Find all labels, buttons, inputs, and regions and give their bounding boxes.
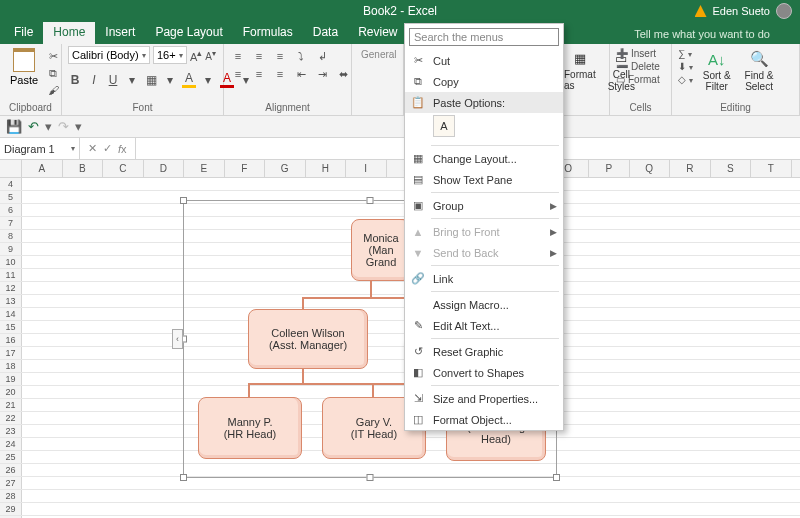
- copy-icon[interactable]: ⧉: [46, 66, 60, 80]
- text-pane-toggle[interactable]: ‹: [172, 329, 183, 349]
- row-header[interactable]: 23: [0, 425, 22, 437]
- qat-customize[interactable]: ▾: [75, 119, 82, 134]
- row-header[interactable]: 13: [0, 295, 22, 307]
- avatar[interactable]: [776, 3, 792, 19]
- clear-button[interactable]: ◇ ▾: [678, 74, 693, 85]
- row-header[interactable]: 7: [0, 217, 22, 229]
- column-header[interactable]: R: [670, 160, 711, 177]
- font-name-combo[interactable]: Calibri (Body)▾: [68, 46, 150, 64]
- user-area[interactable]: Eden Sueto: [695, 3, 793, 19]
- shrink-font-icon[interactable]: A▾: [205, 48, 216, 62]
- tab-page-layout[interactable]: Page Layout: [145, 21, 232, 44]
- tab-insert[interactable]: Insert: [95, 21, 145, 44]
- bold-button[interactable]: B: [68, 73, 82, 87]
- orientation-icon[interactable]: ⤵: [293, 49, 309, 63]
- org-node-top[interactable]: Monica (Man Grand: [351, 219, 411, 281]
- paste-option-keep[interactable]: A: [433, 115, 455, 137]
- row-header[interactable]: 11: [0, 269, 22, 281]
- number-format-combo[interactable]: General: [358, 48, 404, 61]
- format-as-table-button[interactable]: ▦ Format as: [560, 46, 600, 93]
- row-header[interactable]: 14: [0, 308, 22, 320]
- row-header[interactable]: 17: [0, 347, 22, 359]
- row-header[interactable]: 6: [0, 204, 22, 216]
- menu-size-properties[interactable]: ⇲Size and Properties...: [405, 388, 563, 409]
- column-header[interactable]: D: [144, 160, 185, 177]
- select-all-corner[interactable]: [0, 160, 22, 177]
- sort-filter-button[interactable]: A↓ Sort & Filter: [699, 46, 735, 94]
- tab-formulas[interactable]: Formulas: [233, 21, 303, 44]
- menu-reset-graphic[interactable]: ↺Reset Graphic: [405, 341, 563, 362]
- row-header[interactable]: 27: [0, 477, 22, 489]
- column-header[interactable]: S: [711, 160, 752, 177]
- row-header[interactable]: 9: [0, 243, 22, 255]
- resize-handle[interactable]: [367, 474, 374, 481]
- row-header[interactable]: 4: [0, 178, 22, 190]
- paste-button[interactable]: Paste: [6, 46, 42, 88]
- row-header[interactable]: 24: [0, 438, 22, 450]
- align-center-icon[interactable]: ≡: [251, 67, 267, 81]
- row-header[interactable]: 10: [0, 256, 22, 268]
- menu-convert-shapes[interactable]: ◧Convert to Shapes: [405, 362, 563, 383]
- row-header[interactable]: 22: [0, 412, 22, 424]
- row-header[interactable]: 21: [0, 399, 22, 411]
- fill-button[interactable]: ⬇ ▾: [678, 61, 693, 72]
- resize-handle[interactable]: [180, 474, 187, 481]
- column-header[interactable]: C: [103, 160, 144, 177]
- org-node-b1[interactable]: Manny P. (HR Head): [198, 397, 302, 459]
- column-header[interactable]: Q: [630, 160, 671, 177]
- fill-menu[interactable]: ▾: [201, 73, 215, 87]
- indent-dec-icon[interactable]: ⇤: [293, 67, 309, 81]
- underline-button[interactable]: U: [106, 73, 120, 87]
- row-header[interactable]: 5: [0, 191, 22, 203]
- row-header[interactable]: 15: [0, 321, 22, 333]
- tab-file[interactable]: File: [4, 21, 43, 44]
- tab-review[interactable]: Review: [348, 21, 407, 44]
- resize-handle[interactable]: [367, 197, 374, 204]
- menu-format-object[interactable]: ◫Format Object...: [405, 409, 563, 430]
- border-menu[interactable]: ▾: [163, 73, 177, 87]
- format-cells-button[interactable]: ▭Format: [616, 74, 660, 85]
- row-header[interactable]: 28: [0, 490, 22, 502]
- resize-handle[interactable]: [180, 197, 187, 204]
- menu-copy[interactable]: ⧉Copy: [405, 71, 563, 92]
- cut-icon[interactable]: ✂: [46, 49, 60, 63]
- delete-cells-button[interactable]: ➖Delete: [616, 61, 660, 72]
- menu-assign-macro[interactable]: Assign Macro...: [405, 294, 563, 315]
- tab-home[interactable]: Home: [43, 21, 95, 44]
- insert-cells-button[interactable]: ➕Insert: [616, 48, 660, 59]
- border-button[interactable]: ▦: [144, 73, 158, 87]
- menu-change-layout[interactable]: ▦Change Layout...: [405, 148, 563, 169]
- grow-font-icon[interactable]: A▴: [190, 47, 202, 63]
- fx-icon[interactable]: fx: [118, 143, 127, 155]
- align-bottom-icon[interactable]: ≡: [272, 49, 288, 63]
- column-header[interactable]: T: [751, 160, 792, 177]
- row-header[interactable]: 29: [0, 503, 22, 515]
- menu-cut[interactable]: ✂Cut: [405, 50, 563, 71]
- column-header[interactable]: B: [63, 160, 104, 177]
- row-header[interactable]: 16: [0, 334, 22, 346]
- tab-data[interactable]: Data: [303, 21, 348, 44]
- find-select-button[interactable]: 🔍 Find & Select: [741, 46, 778, 94]
- undo-icon[interactable]: ↶: [28, 119, 39, 134]
- column-header[interactable]: I: [346, 160, 387, 177]
- menu-edit-alt-text[interactable]: ✎Edit Alt Text...: [405, 315, 563, 336]
- column-header[interactable]: F: [225, 160, 266, 177]
- cancel-icon[interactable]: ✕: [88, 142, 97, 155]
- indent-inc-icon[interactable]: ⇥: [314, 67, 330, 81]
- column-header[interactable]: E: [184, 160, 225, 177]
- row-header[interactable]: 12: [0, 282, 22, 294]
- row-header[interactable]: 25: [0, 451, 22, 463]
- org-node-m1[interactable]: Colleen Wilson (Asst. Manager): [248, 309, 368, 369]
- align-top-icon[interactable]: ≡: [230, 49, 246, 63]
- menu-group[interactable]: ▣Group▶: [405, 195, 563, 216]
- column-header[interactable]: A: [22, 160, 63, 177]
- font-size-combo[interactable]: 16+▾: [153, 46, 187, 64]
- menu-link[interactable]: 🔗Link: [405, 268, 563, 289]
- resize-handle[interactable]: [553, 474, 560, 481]
- align-left-icon[interactable]: ≡: [230, 67, 246, 81]
- row-header[interactable]: 18: [0, 360, 22, 372]
- format-painter-icon[interactable]: 🖌: [46, 83, 60, 97]
- column-header[interactable]: P: [589, 160, 630, 177]
- tell-me[interactable]: Tell me what you want to do: [624, 24, 780, 44]
- enter-icon[interactable]: ✓: [103, 142, 112, 155]
